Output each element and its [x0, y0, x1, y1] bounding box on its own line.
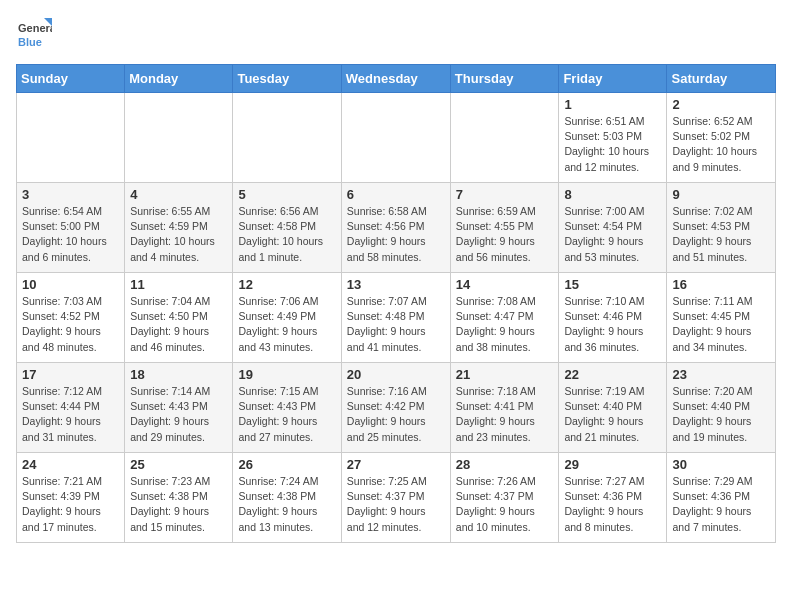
calendar-cell: 26Sunrise: 7:24 AM Sunset: 4:38 PM Dayli…	[233, 453, 341, 543]
day-info: Sunrise: 6:56 AM Sunset: 4:58 PM Dayligh…	[238, 204, 335, 265]
calendar-cell: 12Sunrise: 7:06 AM Sunset: 4:49 PM Dayli…	[233, 273, 341, 363]
day-info: Sunrise: 7:03 AM Sunset: 4:52 PM Dayligh…	[22, 294, 119, 355]
day-number: 17	[22, 367, 119, 382]
day-info: Sunrise: 6:54 AM Sunset: 5:00 PM Dayligh…	[22, 204, 119, 265]
calendar-cell: 30Sunrise: 7:29 AM Sunset: 4:36 PM Dayli…	[667, 453, 776, 543]
day-number: 26	[238, 457, 335, 472]
day-info: Sunrise: 6:51 AM Sunset: 5:03 PM Dayligh…	[564, 114, 661, 175]
day-info: Sunrise: 7:18 AM Sunset: 4:41 PM Dayligh…	[456, 384, 554, 445]
day-of-week-header: Saturday	[667, 65, 776, 93]
day-number: 28	[456, 457, 554, 472]
page-header: General Blue	[16, 16, 776, 52]
svg-text:General: General	[18, 22, 52, 34]
day-info: Sunrise: 6:59 AM Sunset: 4:55 PM Dayligh…	[456, 204, 554, 265]
calendar-cell: 28Sunrise: 7:26 AM Sunset: 4:37 PM Dayli…	[450, 453, 559, 543]
day-info: Sunrise: 7:00 AM Sunset: 4:54 PM Dayligh…	[564, 204, 661, 265]
day-number: 16	[672, 277, 770, 292]
calendar-cell: 18Sunrise: 7:14 AM Sunset: 4:43 PM Dayli…	[125, 363, 233, 453]
day-info: Sunrise: 7:19 AM Sunset: 4:40 PM Dayligh…	[564, 384, 661, 445]
calendar-cell: 7Sunrise: 6:59 AM Sunset: 4:55 PM Daylig…	[450, 183, 559, 273]
calendar-cell	[341, 93, 450, 183]
calendar-header-row: SundayMondayTuesdayWednesdayThursdayFrid…	[17, 65, 776, 93]
day-number: 20	[347, 367, 445, 382]
day-number: 11	[130, 277, 227, 292]
calendar-cell: 22Sunrise: 7:19 AM Sunset: 4:40 PM Dayli…	[559, 363, 667, 453]
svg-text:Blue: Blue	[18, 36, 42, 48]
day-number: 19	[238, 367, 335, 382]
calendar-week-row: 24Sunrise: 7:21 AM Sunset: 4:39 PM Dayli…	[17, 453, 776, 543]
calendar-cell: 27Sunrise: 7:25 AM Sunset: 4:37 PM Dayli…	[341, 453, 450, 543]
day-info: Sunrise: 7:26 AM Sunset: 4:37 PM Dayligh…	[456, 474, 554, 535]
day-info: Sunrise: 7:10 AM Sunset: 4:46 PM Dayligh…	[564, 294, 661, 355]
calendar-cell: 8Sunrise: 7:00 AM Sunset: 4:54 PM Daylig…	[559, 183, 667, 273]
calendar-cell	[233, 93, 341, 183]
day-number: 1	[564, 97, 661, 112]
calendar-cell: 17Sunrise: 7:12 AM Sunset: 4:44 PM Dayli…	[17, 363, 125, 453]
day-number: 5	[238, 187, 335, 202]
calendar-cell: 16Sunrise: 7:11 AM Sunset: 4:45 PM Dayli…	[667, 273, 776, 363]
day-number: 8	[564, 187, 661, 202]
day-number: 3	[22, 187, 119, 202]
day-number: 7	[456, 187, 554, 202]
day-info: Sunrise: 7:21 AM Sunset: 4:39 PM Dayligh…	[22, 474, 119, 535]
day-of-week-header: Thursday	[450, 65, 559, 93]
day-info: Sunrise: 6:55 AM Sunset: 4:59 PM Dayligh…	[130, 204, 227, 265]
day-number: 14	[456, 277, 554, 292]
day-info: Sunrise: 7:14 AM Sunset: 4:43 PM Dayligh…	[130, 384, 227, 445]
day-info: Sunrise: 6:58 AM Sunset: 4:56 PM Dayligh…	[347, 204, 445, 265]
calendar-cell	[17, 93, 125, 183]
day-info: Sunrise: 6:52 AM Sunset: 5:02 PM Dayligh…	[672, 114, 770, 175]
calendar-cell: 29Sunrise: 7:27 AM Sunset: 4:36 PM Dayli…	[559, 453, 667, 543]
calendar-cell: 5Sunrise: 6:56 AM Sunset: 4:58 PM Daylig…	[233, 183, 341, 273]
calendar-week-row: 17Sunrise: 7:12 AM Sunset: 4:44 PM Dayli…	[17, 363, 776, 453]
day-number: 13	[347, 277, 445, 292]
day-number: 12	[238, 277, 335, 292]
day-number: 27	[347, 457, 445, 472]
day-info: Sunrise: 7:11 AM Sunset: 4:45 PM Dayligh…	[672, 294, 770, 355]
day-number: 4	[130, 187, 227, 202]
day-info: Sunrise: 7:08 AM Sunset: 4:47 PM Dayligh…	[456, 294, 554, 355]
day-info: Sunrise: 7:15 AM Sunset: 4:43 PM Dayligh…	[238, 384, 335, 445]
day-number: 24	[22, 457, 119, 472]
day-info: Sunrise: 7:27 AM Sunset: 4:36 PM Dayligh…	[564, 474, 661, 535]
day-info: Sunrise: 7:29 AM Sunset: 4:36 PM Dayligh…	[672, 474, 770, 535]
logo: General Blue	[16, 16, 52, 52]
calendar-cell: 25Sunrise: 7:23 AM Sunset: 4:38 PM Dayli…	[125, 453, 233, 543]
day-info: Sunrise: 7:23 AM Sunset: 4:38 PM Dayligh…	[130, 474, 227, 535]
day-info: Sunrise: 7:06 AM Sunset: 4:49 PM Dayligh…	[238, 294, 335, 355]
day-info: Sunrise: 7:16 AM Sunset: 4:42 PM Dayligh…	[347, 384, 445, 445]
calendar-cell: 2Sunrise: 6:52 AM Sunset: 5:02 PM Daylig…	[667, 93, 776, 183]
day-of-week-header: Wednesday	[341, 65, 450, 93]
day-info: Sunrise: 7:12 AM Sunset: 4:44 PM Dayligh…	[22, 384, 119, 445]
day-number: 6	[347, 187, 445, 202]
calendar-cell: 1Sunrise: 6:51 AM Sunset: 5:03 PM Daylig…	[559, 93, 667, 183]
day-info: Sunrise: 7:04 AM Sunset: 4:50 PM Dayligh…	[130, 294, 227, 355]
calendar-cell: 4Sunrise: 6:55 AM Sunset: 4:59 PM Daylig…	[125, 183, 233, 273]
day-of-week-header: Sunday	[17, 65, 125, 93]
day-number: 21	[456, 367, 554, 382]
day-number: 22	[564, 367, 661, 382]
calendar-cell: 23Sunrise: 7:20 AM Sunset: 4:40 PM Dayli…	[667, 363, 776, 453]
day-info: Sunrise: 7:07 AM Sunset: 4:48 PM Dayligh…	[347, 294, 445, 355]
calendar-cell: 21Sunrise: 7:18 AM Sunset: 4:41 PM Dayli…	[450, 363, 559, 453]
calendar-cell: 10Sunrise: 7:03 AM Sunset: 4:52 PM Dayli…	[17, 273, 125, 363]
calendar-cell: 24Sunrise: 7:21 AM Sunset: 4:39 PM Dayli…	[17, 453, 125, 543]
day-info: Sunrise: 7:02 AM Sunset: 4:53 PM Dayligh…	[672, 204, 770, 265]
calendar-week-row: 3Sunrise: 6:54 AM Sunset: 5:00 PM Daylig…	[17, 183, 776, 273]
calendar-cell	[125, 93, 233, 183]
logo-svg: General Blue	[16, 16, 52, 52]
day-number: 10	[22, 277, 119, 292]
calendar-cell: 6Sunrise: 6:58 AM Sunset: 4:56 PM Daylig…	[341, 183, 450, 273]
day-number: 25	[130, 457, 227, 472]
calendar-cell: 15Sunrise: 7:10 AM Sunset: 4:46 PM Dayli…	[559, 273, 667, 363]
calendar-week-row: 10Sunrise: 7:03 AM Sunset: 4:52 PM Dayli…	[17, 273, 776, 363]
day-number: 18	[130, 367, 227, 382]
day-number: 29	[564, 457, 661, 472]
day-of-week-header: Friday	[559, 65, 667, 93]
calendar-cell: 9Sunrise: 7:02 AM Sunset: 4:53 PM Daylig…	[667, 183, 776, 273]
day-info: Sunrise: 7:24 AM Sunset: 4:38 PM Dayligh…	[238, 474, 335, 535]
calendar-table: SundayMondayTuesdayWednesdayThursdayFrid…	[16, 64, 776, 543]
calendar-week-row: 1Sunrise: 6:51 AM Sunset: 5:03 PM Daylig…	[17, 93, 776, 183]
calendar-cell: 14Sunrise: 7:08 AM Sunset: 4:47 PM Dayli…	[450, 273, 559, 363]
calendar-cell: 19Sunrise: 7:15 AM Sunset: 4:43 PM Dayli…	[233, 363, 341, 453]
